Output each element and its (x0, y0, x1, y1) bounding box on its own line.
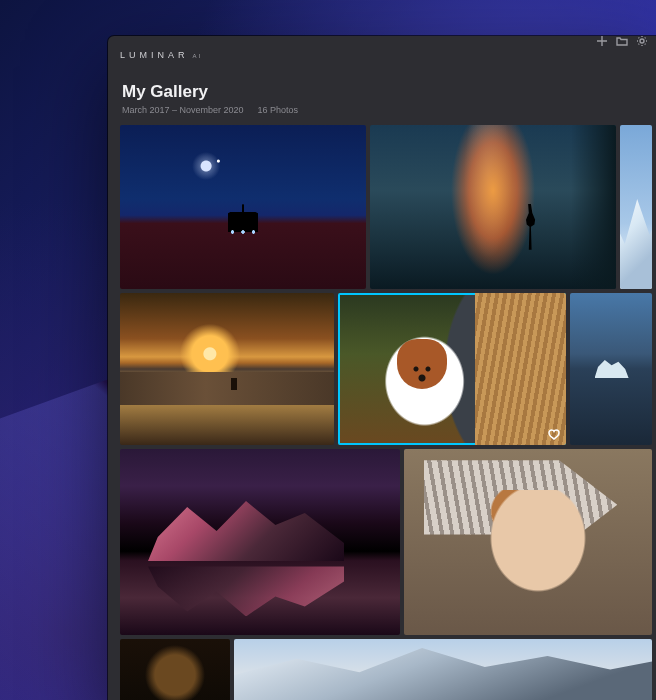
window-titlebar (108, 36, 656, 48)
photo-grid (108, 125, 656, 700)
app-window: LUMINAR AI My Gallery March 2017 – Novem… (108, 36, 656, 700)
brand-text: LUMINAR (120, 50, 189, 60)
grid-row (120, 293, 652, 445)
grid-row (120, 125, 652, 289)
import-folder-button[interactable] (616, 36, 628, 48)
grid-row (120, 449, 652, 635)
settings-button[interactable] (636, 36, 648, 48)
photo-thumb[interactable] (120, 639, 230, 700)
gallery-date-range: March 2017 – November 2020 (122, 105, 244, 115)
add-button[interactable] (596, 36, 608, 48)
photo-thumb[interactable] (404, 449, 652, 635)
brand-suffix: AI (193, 53, 203, 59)
photo-thumb[interactable] (570, 293, 652, 445)
photo-thumb[interactable] (370, 125, 616, 289)
photo-thumb[interactable] (120, 125, 366, 289)
grid-row (120, 639, 652, 700)
gallery-meta: March 2017 – November 2020 16 Photos (122, 105, 642, 115)
favorite-icon[interactable] (548, 427, 560, 439)
photo-thumb[interactable] (120, 449, 400, 635)
gallery-title: My Gallery (122, 82, 642, 102)
photo-thumb[interactable] (234, 639, 652, 700)
photo-thumb[interactable] (120, 293, 334, 445)
gallery-photo-count: 16 Photos (258, 105, 299, 115)
app-brand: LUMINAR AI (120, 50, 202, 60)
svg-point-0 (640, 39, 644, 43)
photo-thumb[interactable] (620, 125, 652, 289)
photo-thumb[interactable] (338, 293, 566, 445)
